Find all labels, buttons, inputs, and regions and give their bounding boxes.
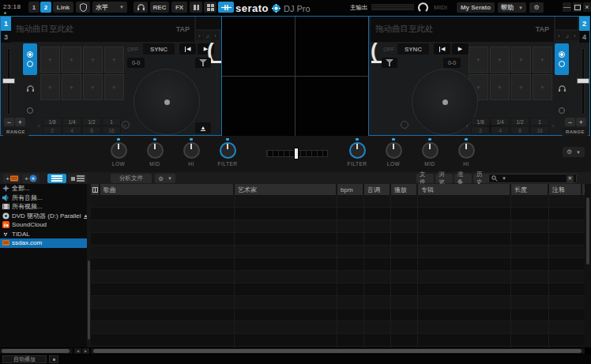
deck2-number-active[interactable]: 2	[579, 17, 589, 31]
knob-dial[interactable]	[386, 142, 402, 159]
deck2-volume-fader-handle[interactable]	[577, 78, 589, 84]
knob-dial[interactable]	[111, 142, 127, 159]
scroll-right-button[interactable]: ▶	[82, 348, 89, 354]
cue-previous-button[interactable]: ◀	[179, 43, 196, 54]
loop-size-button[interactable]: 4	[62, 126, 81, 134]
display-mode-dropdown[interactable]: 水平▼	[92, 2, 127, 13]
deck-count-2-button[interactable]: 2	[40, 2, 51, 13]
performance-pad[interactable]: +	[511, 74, 531, 100]
loop-size-button[interactable]: 16	[102, 126, 121, 134]
deck1-eject-button[interactable]: ▲	[195, 122, 211, 133]
analyze-files-button[interactable]: 分析文件	[111, 174, 152, 183]
sync-off-button[interactable]: OFF	[382, 43, 396, 54]
range-plus-button[interactable]: +	[576, 118, 586, 126]
tap-button[interactable]: TAP	[176, 25, 190, 33]
album-art-view-button[interactable]	[68, 174, 87, 183]
scroll-left-button[interactable]: ◀	[74, 348, 81, 354]
loop-size-button[interactable]: 1/4	[491, 118, 510, 126]
deck1-hotcue-mode-button[interactable]	[23, 43, 37, 75]
deck2-track-title-area[interactable]: 拖动曲目至此处 TAP	[371, 17, 554, 42]
sync-button[interactable]: SYNC	[143, 43, 175, 54]
column-header-key[interactable]: 音调	[364, 184, 391, 195]
sidebar-item--[interactable]: 所有视频...	[0, 202, 87, 212]
eq-knob-low[interactable]: LOW	[375, 138, 412, 167]
sidebar-item-ssdax-com[interactable]: ssdax.com	[0, 238, 87, 248]
performance-pad[interactable]: +	[490, 47, 510, 73]
sidebar-item--[interactable]: 所有音频...	[0, 193, 87, 203]
add-smart-crate-button[interactable]: +	[22, 174, 40, 183]
eq-knob-low[interactable]: LOW	[100, 138, 137, 167]
crossfader-handle[interactable]	[294, 148, 299, 159]
status-toggle-button[interactable]	[49, 355, 58, 363]
filter-funnel-button[interactable]	[382, 58, 397, 68]
tempo-slider-track[interactable]	[370, 47, 371, 118]
deck1-track-title-area[interactable]: 拖动曲目至此处 TAP	[11, 17, 194, 42]
loop-size-button[interactable]: 1/2	[510, 118, 529, 126]
eq-knob-hi[interactable]: HI	[173, 138, 209, 167]
sidebar-item-soundcloud[interactable]: SoundCloud	[0, 220, 87, 230]
column-header-art[interactable]	[89, 184, 100, 195]
browse-panel-button[interactable]: 浏览	[435, 174, 453, 183]
performance-pad[interactable]: +	[40, 74, 60, 100]
sidebar-item-tidal[interactable]: TIDAL	[0, 230, 87, 239]
loop-size-button[interactable]: 8	[82, 126, 101, 134]
autoloop-button[interactable]: 0-0	[127, 58, 145, 68]
eq-knob-mid[interactable]: MID	[412, 138, 448, 167]
sidebar-item--[interactable]: 全部...	[0, 184, 87, 193]
my-serato-button[interactable]: My Serato	[457, 2, 495, 13]
deck1-number-active[interactable]: 1	[1, 17, 11, 31]
cue-headphone-button[interactable]	[134, 2, 148, 13]
panels-button[interactable]	[190, 2, 202, 13]
mixer-settings-dropdown[interactable]: ⚙▼	[563, 147, 585, 157]
beatjump-left-button[interactable]: ‹	[196, 31, 203, 40]
deck2-number-inactive[interactable]: 4	[579, 31, 589, 43]
column-header-play[interactable]: 播放	[391, 184, 418, 195]
beatjump-right-button[interactable]: ›	[571, 31, 578, 40]
eq-knob-filter[interactable]: FILTER	[209, 138, 246, 167]
rec-button[interactable]: REC	[150, 2, 169, 13]
loop-size-button[interactable]: 2	[43, 126, 62, 134]
settings-button[interactable]: ⚙	[529, 2, 544, 13]
eq-knob-mid[interactable]: MID	[137, 138, 173, 167]
sidebar-hscrollbar-thumb[interactable]	[2, 349, 70, 353]
range-minus-button[interactable]: −	[4, 118, 14, 126]
tempo-slider-track[interactable]	[216, 47, 217, 118]
deck1-number-inactive[interactable]: 3	[1, 31, 11, 43]
performance-pad[interactable]: +	[104, 74, 124, 100]
link-button[interactable]: Link	[53, 2, 73, 13]
loop-size-button[interactable]: 1/8	[43, 118, 62, 126]
loop-size-button[interactable]: 1	[530, 118, 549, 126]
column-header-artist[interactable]: 艺术家	[235, 184, 337, 195]
analyze-settings-dropdown[interactable]: ⚙▼	[155, 174, 175, 183]
eq-knob-filter[interactable]: FILTER	[339, 138, 375, 167]
column-header-comment[interactable]: 注释	[549, 184, 582, 195]
performance-pad[interactable]: +	[62, 47, 81, 73]
performance-pad[interactable]: +	[490, 74, 510, 100]
deck1-monitor-button[interactable]	[23, 77, 37, 100]
performance-pad[interactable]: +	[104, 47, 124, 73]
performance-pad[interactable]: +	[533, 74, 552, 100]
performance-pad[interactable]: +	[83, 47, 103, 73]
loop-monitor-icon[interactable]	[418, 2, 428, 13]
loop-larger-button[interactable]: ›	[550, 118, 556, 134]
extended-mode-button[interactable]	[218, 2, 234, 13]
column-header-bpm[interactable]: bpm	[337, 184, 364, 195]
deck1-volume-fader-handle[interactable]	[2, 78, 15, 84]
files-panel-button[interactable]: 文件	[416, 174, 434, 183]
performance-pad[interactable]: +	[62, 74, 81, 100]
loop-size-button[interactable]: 4	[491, 126, 510, 134]
range-plus-button[interactable]: +	[15, 118, 25, 126]
cue-previous-button[interactable]: ◀	[434, 43, 450, 54]
loop-size-button[interactable]: 1/8	[471, 118, 490, 126]
performance-pad[interactable]: +	[83, 74, 103, 100]
performance-pad[interactable]: +	[511, 47, 531, 73]
minimize-button[interactable]: —	[563, 2, 571, 12]
knob-dial[interactable]	[220, 142, 236, 159]
deck1-jog-wheel[interactable]	[134, 69, 200, 135]
sidebar-item-dvd-d-parallel[interactable]: DVD 驱动器 (D:) Parallel▲	[0, 212, 87, 221]
deck2-hotcue-mode-button[interactable]	[555, 43, 569, 75]
search-input[interactable]: ▼ ✕	[488, 174, 577, 183]
loop-smaller-button[interactable]: ‹	[464, 118, 470, 134]
tracklist-scrollbar-thumb[interactable]	[586, 197, 589, 265]
tracklist-hscrollbar-thumb[interactable]	[93, 349, 582, 353]
